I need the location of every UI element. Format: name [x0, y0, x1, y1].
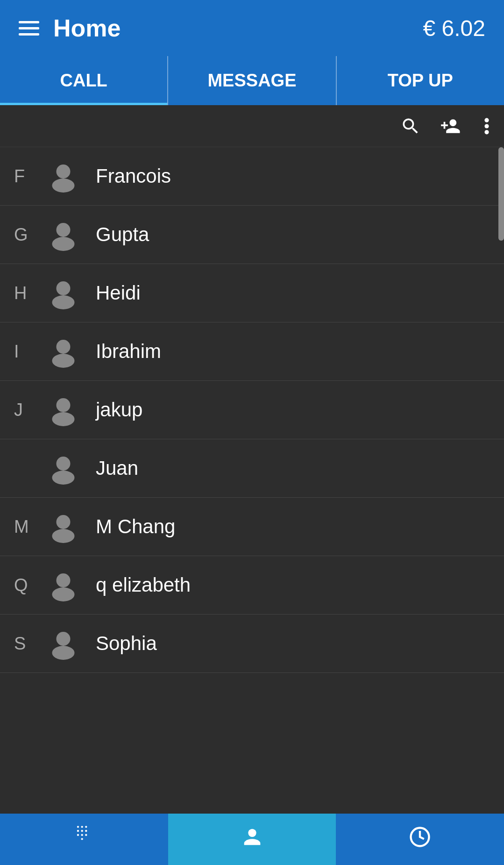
- content-area: F Francois G Gupta H: [0, 105, 504, 814]
- svg-point-0: [484, 118, 489, 122]
- page-title: Home: [53, 14, 121, 42]
- contacts-button[interactable]: [168, 814, 336, 865]
- section-letter-j: J: [14, 400, 40, 420]
- contact-row[interactable]: S Sophia: [0, 615, 504, 673]
- contact-name: Heidi: [96, 282, 141, 304]
- contact-row[interactable]: Juan: [0, 439, 504, 498]
- dialpad-button[interactable]: [0, 814, 168, 865]
- svg-point-9: [56, 340, 70, 354]
- history-button[interactable]: [336, 814, 504, 865]
- svg-point-2: [484, 130, 489, 134]
- avatar: [44, 566, 82, 604]
- svg-point-13: [56, 457, 70, 471]
- section-letter-f: F: [14, 166, 40, 186]
- contact-name: Sophia: [96, 632, 157, 655]
- svg-point-18: [52, 587, 74, 601]
- more-options-icon[interactable]: [483, 116, 490, 136]
- svg-point-17: [56, 573, 70, 587]
- svg-point-1: [484, 124, 489, 128]
- avatar: [44, 391, 82, 429]
- svg-point-20: [52, 646, 74, 660]
- bottom-nav: [0, 814, 504, 865]
- svg-point-16: [52, 529, 74, 543]
- history-icon: [408, 825, 432, 854]
- tab-call[interactable]: CALL: [0, 56, 168, 105]
- svg-point-8: [52, 295, 74, 309]
- svg-point-11: [56, 398, 70, 412]
- svg-point-5: [56, 223, 70, 237]
- contact-row[interactable]: H Heidi: [0, 264, 504, 322]
- section-letter-i: I: [14, 342, 40, 362]
- svg-point-10: [52, 354, 74, 368]
- svg-point-14: [52, 471, 74, 485]
- section-letter-h: H: [14, 283, 40, 303]
- contact-name: Gupta: [96, 223, 149, 246]
- avatar: [44, 333, 82, 370]
- contact-list: F Francois G Gupta H: [0, 147, 504, 673]
- tab-bar: CALL MESSAGE TOP UP: [0, 56, 504, 105]
- contact-name: Francois: [96, 165, 171, 187]
- tab-topup[interactable]: TOP UP: [337, 56, 504, 105]
- menu-icon[interactable]: [19, 21, 39, 36]
- avatar: [44, 216, 82, 253]
- contact-name: jakup: [96, 399, 142, 421]
- contact-name: Ibrahim: [96, 340, 161, 363]
- contact-row[interactable]: M M Chang: [0, 498, 504, 556]
- tab-message[interactable]: MESSAGE: [168, 56, 336, 105]
- section-letter-s: S: [14, 634, 40, 654]
- top-bar: Home € 6.02: [0, 0, 504, 56]
- avatar: [44, 450, 82, 487]
- action-bar: [0, 105, 504, 147]
- contacts-icon: [240, 825, 264, 854]
- contact-name: M Chang: [96, 515, 175, 538]
- contact-name: q elizabeth: [96, 574, 191, 596]
- search-icon[interactable]: [400, 116, 421, 136]
- top-bar-left: Home: [19, 14, 121, 42]
- section-letter-q: Q: [14, 575, 40, 595]
- contact-row[interactable]: I Ibrahim: [0, 322, 504, 381]
- contact-row[interactable]: J jakup: [0, 381, 504, 439]
- contact-name: Juan: [96, 457, 138, 479]
- dialpad-icon: [72, 825, 96, 854]
- svg-point-7: [56, 281, 70, 295]
- svg-point-19: [56, 632, 70, 646]
- svg-point-6: [52, 237, 74, 251]
- svg-point-15: [56, 515, 70, 529]
- scrollbar-thumb[interactable]: [498, 147, 504, 241]
- contact-row[interactable]: Q q elizabeth: [0, 556, 504, 615]
- svg-point-4: [52, 179, 74, 193]
- section-letter-g: G: [14, 225, 40, 245]
- section-letter-m: M: [14, 517, 40, 537]
- svg-point-12: [52, 412, 74, 426]
- avatar: [44, 157, 82, 195]
- avatar: [44, 274, 82, 312]
- avatar: [44, 625, 82, 662]
- avatar: [44, 508, 82, 545]
- svg-point-3: [56, 164, 70, 179]
- add-contact-icon[interactable]: [440, 116, 465, 136]
- contact-row[interactable]: F Francois: [0, 147, 504, 206]
- balance-display: € 6.02: [423, 15, 485, 41]
- svg-point-21: [248, 829, 256, 836]
- contact-row[interactable]: G Gupta: [0, 206, 504, 264]
